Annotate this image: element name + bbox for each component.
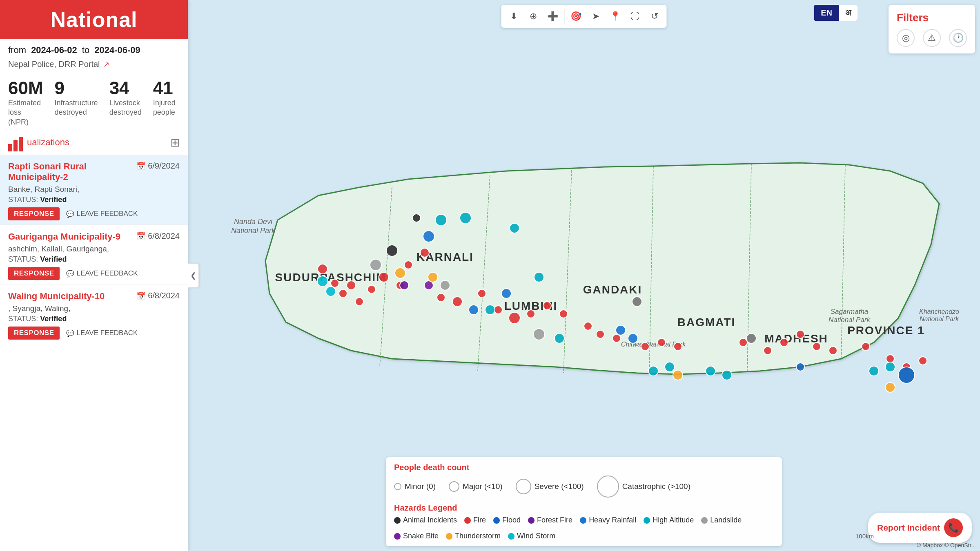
svg-point-69 [706,366,715,376]
svg-point-61 [435,214,447,226]
stat-estimated-loss: 60M Estimated loss(NPR) [8,78,43,127]
death-label-minor: Minor (0) [405,482,436,491]
language-toggle: EN अ [814,5,858,21]
response-button-1[interactable]: RESPONSE [8,207,60,220]
feedback-icon-2: 💬 [66,270,74,278]
svg-point-38 [584,322,592,330]
lang-ne-button[interactable]: अ [839,5,858,21]
hazard-label-wind-storm: Wind Storm [517,532,555,540]
svg-point-62 [460,212,471,224]
stat-value-loss: 60M [8,78,43,98]
incident-item-1[interactable]: Rapti Sonari Rural Municipality-2 📅 6/9/… [0,155,188,225]
svg-point-55 [796,363,804,371]
hazard-dot-forest-fire [528,517,535,524]
lang-en-button[interactable]: EN [814,5,839,21]
svg-point-86 [386,245,398,256]
svg-point-44 [739,338,747,347]
filter-warning-button[interactable]: ⚠ [923,29,941,47]
svg-point-39 [596,330,604,338]
hazard-label-fire: Fire [473,516,486,524]
hazard-heavy-rainfall: Heavy Rainfall [580,516,636,524]
viz-section: ualizations ⊞ [0,130,188,155]
map-toolbar: ⬇ ⊕ ➕ 🎯 ➤ 📍 ⛶ ↺ [501,5,667,28]
svg-point-65 [534,272,544,282]
from-label: from [8,45,26,55]
grid-view-icon[interactable]: ⊞ [170,136,180,149]
response-button-3[interactable]: RESPONSE [8,327,60,340]
response-button-2[interactable]: RESPONSE [8,267,60,280]
left-panel: National from 2024-06-02 to 2024-06-09 N… [0,0,188,551]
death-circle-major [449,481,459,492]
svg-point-45 [764,347,772,355]
filter-time-button[interactable]: 🕐 [949,29,967,47]
svg-point-25 [368,285,376,293]
report-incident-button[interactable]: Report Incident 📞 [868,513,972,543]
incident-status-2: STATUS: Verified [8,255,180,264]
hazard-thunderstorm: Thunderstorm [446,532,501,540]
external-link-icon: ↗ [103,60,109,69]
viz-label: ualizations [27,137,69,148]
incident-item-3[interactable]: Waling Municipality-10 📅 6/8/2024 , Syan… [0,284,188,344]
toolbar-separator [564,9,565,24]
incident-date-1: 📅 6/9/2024 [136,161,180,171]
incident-title-1: Rapti Sonari Rural Municipality-2 [8,161,136,182]
incident-item-2[interactable]: Gauriganga Municipality-9 📅 6/8/2024 ash… [0,225,188,284]
incident-header-1: Rapti Sonari Rural Municipality-2 📅 6/9/… [8,161,180,182]
feedback-button-2[interactable]: 💬 LEAVE FEEDBACK [66,269,138,278]
svg-point-36 [543,302,551,310]
source-text: Nepal Police, DRR Portal [8,60,100,69]
svg-point-32 [478,289,486,298]
date-range: from 2024-06-02 to 2024-06-09 [0,39,188,58]
collapse-panel-button[interactable]: ❮ [188,263,199,288]
hazard-snake-bite: Snake Bite [394,532,439,540]
hazard-label-high-altitude: High Altitude [653,516,694,524]
add-button[interactable]: ➕ [544,7,562,25]
svg-text:Nanda Devi: Nanda Devi [234,218,273,226]
download-button[interactable]: ⬇ [505,7,523,25]
incident-date-2: 📅 6/8/2024 [136,231,180,241]
hazard-label-snake-bite: Snake Bite [403,532,439,540]
svg-point-49 [829,347,837,355]
svg-point-22 [339,289,347,298]
nepal-map-svg: SUDURPASHCHIM KARNALI LUMBINI GANDAKI BA… [204,138,964,424]
fullscreen-button[interactable]: ⛶ [626,7,644,25]
svg-text:PROVINCE 1: PROVINCE 1 [847,324,925,337]
svg-text:National Park: National Park [920,315,959,322]
source-link[interactable]: ↗ [103,60,109,69]
hazard-label-heavy-rainfall: Heavy Rainfall [589,516,636,524]
death-count-row: Minor (0) Major (<10) Severe (<100) Cata… [394,475,774,498]
incident-title-3: Waling Municipality-10 [8,291,136,302]
svg-point-56 [423,231,434,242]
map-attribution: © Mapbox © OpenStr... [917,542,976,549]
death-circle-minor [394,483,401,490]
feedback-button-3[interactable]: 💬 LEAVE FEEDBACK [66,329,138,337]
stat-value-injured: 41 [153,78,180,98]
svg-point-50 [862,342,870,351]
hazards-title: Hazards Legend [394,503,774,513]
svg-point-72 [885,362,895,372]
hazard-dot-heavy-rainfall [580,517,586,524]
svg-point-64 [510,223,519,233]
direction-button[interactable]: ➤ [587,7,605,25]
svg-point-23 [347,281,356,290]
svg-point-85 [400,281,409,290]
svg-point-26 [379,272,389,282]
pin-button[interactable]: 📍 [606,7,624,25]
death-circle-severe [516,479,531,494]
bar-2 [13,140,18,151]
filter-location-button[interactable]: ◎ [897,29,915,47]
refresh-button[interactable]: ↺ [646,7,664,25]
layers-button[interactable]: ⊕ [524,7,542,25]
hazard-dot-animal [394,517,401,524]
svg-point-30 [437,293,445,302]
locate-button[interactable]: 🎯 [567,7,585,25]
report-btn-label: Report Incident [877,523,940,533]
svg-point-31 [452,297,462,307]
svg-text:BAGMATI: BAGMATI [677,316,736,329]
svg-point-57 [469,305,479,315]
svg-point-41 [641,342,649,351]
stat-injured: 41 Injured people [153,78,180,127]
feedback-button-1[interactable]: 💬 LEAVE FEEDBACK [66,210,138,218]
hazard-wind-storm: Wind Storm [508,532,555,540]
map-area[interactable]: ❮ ⬇ ⊕ ➕ 🎯 ➤ 📍 ⛶ ↺ EN अ Filters ◎ ⚠ 🕐 [188,0,980,551]
